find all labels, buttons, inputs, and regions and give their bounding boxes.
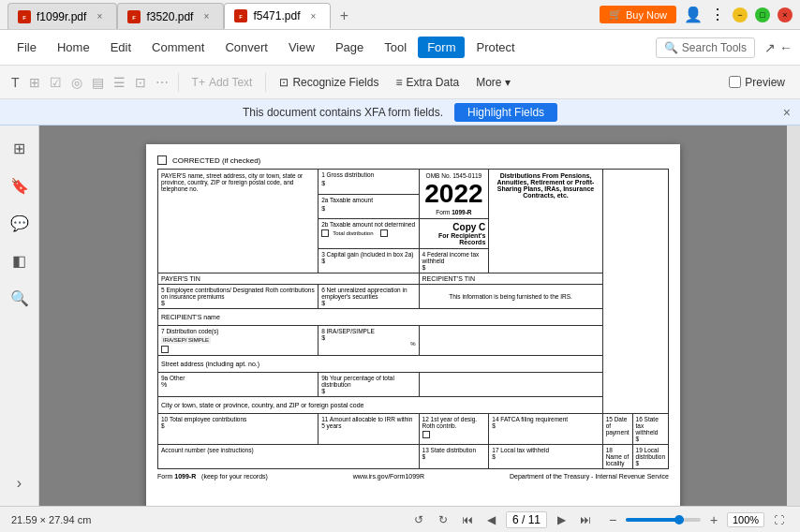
toolbar-icon-7[interactable]: ⊡ xyxy=(131,73,150,92)
box14-cell: 14 FATCA filing requirement $ xyxy=(489,414,602,445)
corrected-checkbox[interactable] xyxy=(157,155,167,165)
box2b-checkbox[interactable] xyxy=(321,229,329,237)
nav-next-button[interactable]: ▶ xyxy=(551,510,571,530)
close-button[interactable]: × xyxy=(778,7,793,22)
zoom-level-display[interactable]: 100% xyxy=(727,512,764,527)
more-label: More ▾ xyxy=(476,76,511,89)
search-panel-icon: 🔍 xyxy=(10,289,29,307)
more-button[interactable]: More ▾ xyxy=(468,73,518,92)
menu-bar: File Home Edit Comment Convert View Page… xyxy=(0,30,800,66)
svg-text:F: F xyxy=(22,15,26,21)
treasury-label: Department of the Treasury - Internal Re… xyxy=(510,473,669,480)
tab-f1099r[interactable]: F f1099r.pdf × xyxy=(7,3,117,29)
add-tab-button[interactable]: + xyxy=(331,3,357,29)
minimize-button[interactable]: − xyxy=(733,7,748,22)
ira-checkbox[interactable] xyxy=(161,346,169,353)
table-row: PAYER'S name, street address, city or to… xyxy=(158,170,669,195)
menu-view[interactable]: View xyxy=(279,37,324,58)
title-bar-right: 🛒 Buy Now 👤 ⋮ − □ × xyxy=(600,6,793,23)
search-panel-button[interactable]: 🔍 xyxy=(5,283,35,313)
thumbnail-panel-button[interactable]: ⊞ xyxy=(5,133,35,163)
comment-icon: 💬 xyxy=(10,214,29,232)
keep-records-label: (keep for your records) xyxy=(201,473,268,480)
zoom-slider-thumb[interactable] xyxy=(674,515,684,525)
zoom-slider[interactable] xyxy=(626,518,701,522)
omb-cell: OMB No. 1545-0119 2022 Form 1099-R xyxy=(419,170,489,219)
table-row: 10 Total employee contributions $ 11 Amo… xyxy=(158,414,669,445)
toolbar-icon-5[interactable]: ▤ xyxy=(88,73,108,92)
menu-file[interactable]: File xyxy=(7,37,46,58)
recipient-tin-label: RECIPIENT'S TIN xyxy=(422,275,475,282)
zoom-out-button[interactable]: − xyxy=(603,510,622,529)
total-dist-checkbox[interactable] xyxy=(380,229,388,237)
toolbar-icon-6[interactable]: ☰ xyxy=(110,73,129,92)
toolbar-icon-4[interactable]: ◎ xyxy=(67,73,86,92)
box17-cell: 17 Local tax withheld $ xyxy=(489,445,602,469)
comment-panel-button[interactable]: 💬 xyxy=(5,208,35,238)
maximize-button[interactable]: □ xyxy=(755,7,770,22)
add-text-button[interactable]: T+ Add Text xyxy=(185,73,260,92)
nav-first-button[interactable]: ⏮ xyxy=(457,510,478,530)
zoom-in-button[interactable]: + xyxy=(704,510,723,529)
tab-f3520[interactable]: F f3520.pdf × xyxy=(117,3,224,29)
buy-now-button[interactable]: 🛒 Buy Now xyxy=(600,6,676,23)
box4-cell: 4 Federal income tax withheld $ xyxy=(419,249,489,273)
xfa-close-button[interactable]: × xyxy=(783,105,791,120)
extra-data-button[interactable]: ≡ Extra Data xyxy=(388,73,467,92)
table-row: 9a Other % 9b Your percentage of total d… xyxy=(158,373,669,397)
preview-button[interactable]: Preview xyxy=(721,73,793,92)
cart-icon: 🛒 xyxy=(609,8,622,21)
toolbar-icon-3[interactable]: ☑ xyxy=(46,73,66,92)
tab-close-2[interactable]: × xyxy=(199,9,214,24)
thumbnail-icon: ⊞ xyxy=(13,140,25,157)
toolbar-sep-1 xyxy=(178,73,179,92)
box2a-cell: 2a Taxable amount $ xyxy=(319,194,419,219)
rotate-cw-button[interactable]: ↻ xyxy=(433,510,453,530)
search-tools[interactable]: 🔍 Search Tools xyxy=(656,37,755,58)
document-area[interactable]: CORRECTED (if checked) PAYER'S name, str… xyxy=(39,126,787,506)
menu-convert[interactable]: Convert xyxy=(215,37,277,58)
share-icon[interactable]: ↗ xyxy=(764,40,776,55)
search-tools-label: Search Tools xyxy=(682,41,747,54)
user-icon[interactable]: 👤 xyxy=(684,6,703,23)
collapse-panel-button[interactable]: › xyxy=(5,468,35,498)
page-size-label: 21.59 × 27.94 cm xyxy=(11,514,401,525)
tab-close-1[interactable]: × xyxy=(92,9,107,24)
toolbar-icon-2[interactable]: ⊞ xyxy=(25,73,44,92)
layers-panel-button[interactable]: ◧ xyxy=(5,245,35,275)
year-display: 2022 xyxy=(422,179,486,209)
tab-icon-2: F xyxy=(127,10,141,23)
menu-tool[interactable]: Tool xyxy=(375,37,416,58)
tab-close-3[interactable]: × xyxy=(305,8,320,23)
form-footer: Form 1099-R (keep for your records) www.… xyxy=(157,473,669,480)
menu-protect[interactable]: Protect xyxy=(467,37,524,58)
fatca-checkbox[interactable] xyxy=(422,431,430,438)
city-label: City or town, state or province, country… xyxy=(161,402,363,408)
menu-form[interactable]: Form xyxy=(418,37,465,58)
toolbar-icon-8[interactable]: ⋯ xyxy=(152,73,172,92)
menu-comment[interactable]: Comment xyxy=(142,37,214,58)
menu-edit[interactable]: Edit xyxy=(101,37,141,58)
page-indicator[interactable]: 6 / 11 xyxy=(506,511,547,528)
toolbar-icon-1[interactable]: T xyxy=(7,73,23,92)
preview-checkbox[interactable] xyxy=(729,76,741,88)
tab-f5471[interactable]: F f5471.pdf × xyxy=(224,3,331,29)
empty-cell-2 xyxy=(419,373,602,397)
right-scrollbar[interactable] xyxy=(787,126,800,506)
table-row: PAYER'S TIN RECIPIENT'S TIN xyxy=(158,273,669,285)
recognize-fields-button[interactable]: ⊡ Recognize Fields xyxy=(272,73,386,92)
rotate-ccw-button[interactable]: ↺ xyxy=(408,510,429,530)
menu-home[interactable]: Home xyxy=(48,37,99,58)
menu-dots-icon[interactable]: ⋮ xyxy=(710,6,725,23)
bookmark-panel-button[interactable]: 🔖 xyxy=(5,170,35,200)
fit-page-button[interactable]: ⛶ xyxy=(768,510,789,530)
recipient-tin-cell: RECIPIENT'S TIN xyxy=(419,273,602,285)
menu-page[interactable]: Page xyxy=(326,37,373,58)
nav-prev-button[interactable]: ◀ xyxy=(481,510,502,530)
recipient-name-label: RECIPIENT'S name xyxy=(161,314,220,320)
box9b-label: 9b Your percentage of total distribution xyxy=(321,375,415,388)
back-icon[interactable]: ← xyxy=(779,40,793,55)
box3-label: 3 Capital gain (included in box 2a) xyxy=(321,251,415,258)
highlight-fields-button[interactable]: Highlight Fields xyxy=(454,103,557,122)
nav-last-button[interactable]: ⏭ xyxy=(575,510,596,530)
